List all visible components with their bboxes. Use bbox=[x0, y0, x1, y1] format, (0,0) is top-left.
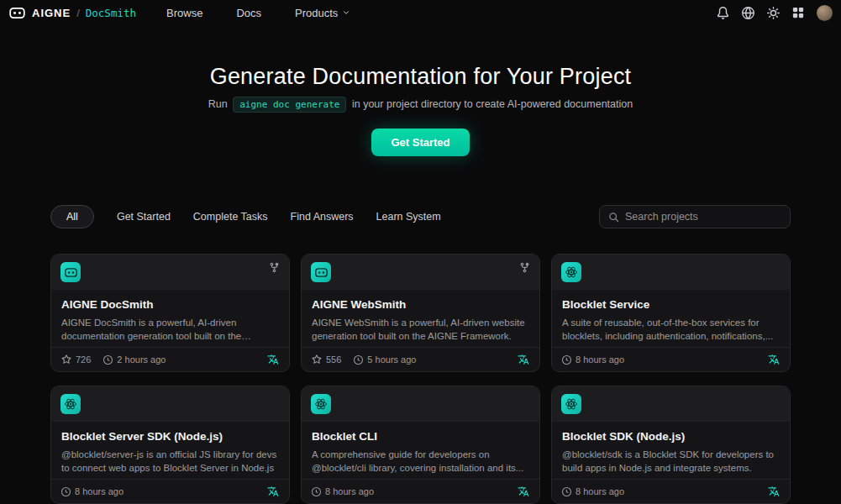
updated-time: 2 hours ago bbox=[103, 354, 166, 365]
project-card-blocklet-server-sdk[interactable]: Blocklet Server SDK (Node.js) @blocklet/… bbox=[50, 386, 290, 504]
card-footer: 8 hours ago bbox=[552, 479, 790, 503]
card-header bbox=[552, 255, 790, 290]
star-count-value: 726 bbox=[76, 354, 91, 365]
fork-icon[interactable] bbox=[519, 262, 530, 273]
clock-icon bbox=[354, 355, 363, 365]
tab-complete-tasks[interactable]: Complete Tasks bbox=[193, 211, 268, 223]
updated-time: 8 hours ago bbox=[312, 486, 374, 496]
card-header bbox=[302, 255, 539, 290]
tab-find-answers[interactable]: Find Answers bbox=[291, 211, 354, 223]
aigne-logo-icon bbox=[8, 4, 26, 22]
card-title: AIGNE DocSmith bbox=[61, 298, 279, 311]
project-card-blocklet-cli[interactable]: Blocklet CLI A comprehensive guide for d… bbox=[301, 386, 540, 504]
aigne-app-icon bbox=[60, 262, 81, 282]
card-description: A suite of reusable, out-of-the-box serv… bbox=[562, 316, 780, 344]
card-body: Blocklet CLI A comprehensive guide for d… bbox=[302, 422, 539, 479]
updated-time-value: 8 hours ago bbox=[325, 486, 374, 496]
tab-learn-system[interactable]: Learn System bbox=[376, 211, 441, 223]
card-footer: 556 5 hours ago bbox=[302, 347, 539, 371]
blocklet-app-icon bbox=[561, 394, 581, 414]
apps-grid-icon[interactable] bbox=[792, 7, 804, 18]
navbar: AIGNE / DocSmith Browse Docs Products bbox=[0, 0, 841, 25]
translate-icon[interactable] bbox=[768, 354, 780, 365]
project-card-blocklet-service[interactable]: Blocklet Service A suite of reusable, ou… bbox=[551, 254, 791, 372]
card-footer: 726 2 hours ago bbox=[51, 347, 289, 371]
tab-all[interactable]: All bbox=[50, 205, 94, 228]
updated-time: 8 hours ago bbox=[562, 486, 624, 496]
nav-link-products-label: Products bbox=[295, 7, 338, 19]
translate-icon[interactable] bbox=[518, 486, 529, 497]
card-body: Blocklet Service A suite of reusable, ou… bbox=[552, 290, 790, 347]
card-header bbox=[51, 255, 289, 290]
blocklet-app-icon bbox=[311, 394, 331, 414]
updated-time: 8 hours ago bbox=[61, 486, 124, 496]
filter-tabs: All Get Started Complete Tasks Find Answ… bbox=[50, 205, 441, 228]
command-chip: aigne doc generate bbox=[233, 97, 346, 113]
star-count: 726 bbox=[61, 354, 91, 365]
star-count-value: 556 bbox=[326, 354, 341, 365]
clock-icon bbox=[312, 487, 321, 496]
theme-sun-icon[interactable] bbox=[767, 7, 780, 19]
card-body: AIGNE WebSmith AIGNE WebSmith is a power… bbox=[302, 290, 539, 347]
card-title: Blocklet Server SDK (Node.js) bbox=[61, 430, 279, 443]
clock-icon bbox=[562, 355, 571, 365]
translate-icon[interactable] bbox=[267, 486, 279, 497]
subtitle-suffix: in your project directory to create AI-p… bbox=[352, 98, 633, 110]
blocklet-app-icon bbox=[561, 262, 581, 282]
card-header bbox=[51, 386, 289, 422]
nav-link-browse[interactable]: Browse bbox=[166, 7, 202, 19]
hero-subtitle: Run aigne doc generate in your project d… bbox=[0, 98, 841, 110]
updated-time-value: 8 hours ago bbox=[576, 486, 624, 496]
nav-links: Browse Docs Products bbox=[166, 7, 350, 19]
updated-time: 5 hours ago bbox=[354, 354, 416, 365]
fork-icon[interactable] bbox=[269, 262, 280, 273]
card-footer: 8 hours ago bbox=[51, 479, 289, 503]
nav-right bbox=[717, 5, 833, 21]
project-card-aigne-websmith[interactable]: AIGNE WebSmith AIGNE WebSmith is a power… bbox=[301, 254, 540, 372]
language-globe-icon[interactable] bbox=[742, 7, 754, 19]
clock-icon bbox=[103, 355, 113, 365]
card-footer: 8 hours ago bbox=[302, 479, 539, 503]
translate-icon[interactable] bbox=[768, 486, 780, 497]
nav-link-docs[interactable]: Docs bbox=[236, 7, 261, 19]
card-body: Blocklet Server SDK (Node.js) @blocklet/… bbox=[51, 422, 289, 479]
updated-time-value: 2 hours ago bbox=[117, 354, 166, 365]
chevron-down-icon bbox=[342, 8, 350, 17]
brand[interactable]: AIGNE / DocSmith bbox=[8, 4, 136, 22]
page-title: Generate Documentation for Your Project bbox=[0, 64, 841, 90]
search-input[interactable] bbox=[625, 211, 781, 223]
project-card-aigne-docsmith[interactable]: AIGNE DocSmith AIGNE DocSmith is a power… bbox=[50, 254, 290, 372]
card-description: @blocklet/server-js is an official JS li… bbox=[61, 448, 279, 475]
card-title: Blocklet CLI bbox=[312, 430, 529, 443]
card-body: Blocklet SDK (Node.js) @blocklet/sdk is … bbox=[552, 422, 790, 479]
nav-link-products[interactable]: Products bbox=[295, 7, 350, 19]
card-header bbox=[552, 386, 790, 422]
search-icon bbox=[608, 212, 619, 223]
star-icon bbox=[312, 354, 322, 365]
subtitle-prefix: Run bbox=[208, 98, 228, 110]
main-content: All Get Started Complete Tasks Find Answ… bbox=[50, 205, 791, 504]
translate-icon[interactable] bbox=[267, 354, 279, 365]
get-started-button[interactable]: Get Started bbox=[371, 129, 469, 156]
card-header bbox=[302, 386, 539, 422]
project-card-blocklet-sdk[interactable]: Blocklet SDK (Node.js) @blocklet/sdk is … bbox=[551, 386, 791, 504]
brand-separator: / bbox=[76, 7, 80, 19]
updated-time-value: 5 hours ago bbox=[367, 354, 416, 365]
user-avatar[interactable] bbox=[817, 5, 833, 21]
star-icon bbox=[61, 354, 71, 365]
card-description: AIGNE DocSmith is a powerful, AI-driven … bbox=[61, 316, 279, 344]
tab-get-started[interactable]: Get Started bbox=[117, 211, 171, 223]
filter-row: All Get Started Complete Tasks Find Answ… bbox=[50, 205, 791, 228]
card-description: @blocklet/sdk is a Blocklet SDK for deve… bbox=[562, 448, 780, 475]
clock-icon bbox=[562, 487, 571, 496]
brand-product: DocSmith bbox=[86, 7, 136, 19]
updated-time-value: 8 hours ago bbox=[75, 486, 124, 496]
notifications-bell-icon[interactable] bbox=[717, 7, 729, 19]
search-box[interactable] bbox=[599, 205, 791, 228]
translate-icon[interactable] bbox=[518, 354, 529, 365]
clock-icon bbox=[61, 487, 71, 496]
star-count: 556 bbox=[312, 354, 341, 365]
brand-name: AIGNE bbox=[32, 7, 71, 19]
aigne-app-icon bbox=[311, 262, 331, 282]
blocklet-app-icon bbox=[60, 394, 81, 414]
